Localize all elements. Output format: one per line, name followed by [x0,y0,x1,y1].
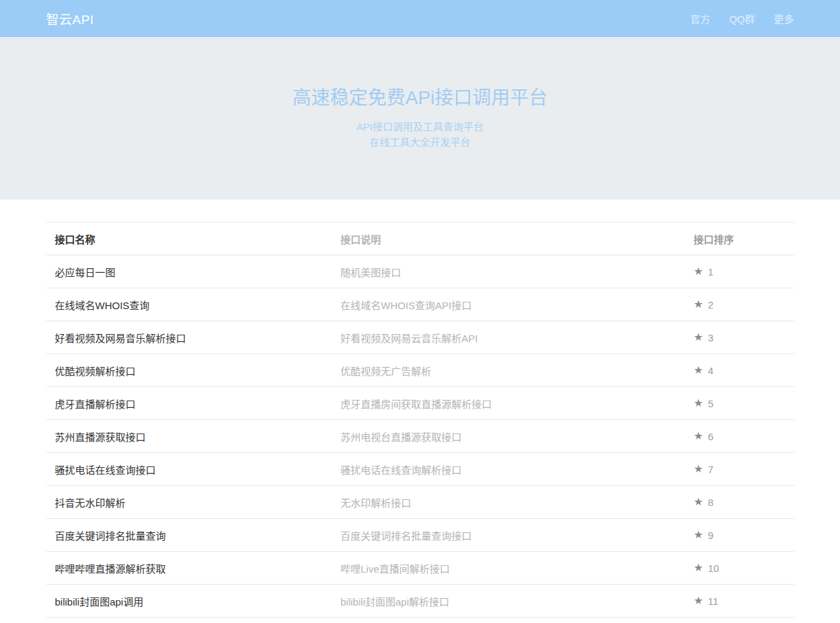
nav-link-more[interactable]: 更多 [773,11,794,26]
navbar-links: 官方 QQ群 更多 [690,11,794,26]
star-icon: ★ [693,365,703,376]
table-row[interactable]: 好看视频及网易音乐解析接口 好看视频及网易云音乐解析API ★ 3 [46,321,794,354]
rank-number: 11 [708,595,718,607]
api-name[interactable]: 苏州直播源获取接口 [46,429,332,444]
brand-logo[interactable]: 智云API [46,9,94,28]
star-icon: ★ [693,299,703,310]
api-rank: ★ 3 [685,332,794,343]
star-icon: ★ [693,332,703,343]
star-icon: ★ [693,563,703,573]
column-header-name: 接口名称 [46,232,332,246]
api-rank: ★ 2 [685,299,794,310]
api-description: 苏州电视台直播源获取接口 [332,429,685,444]
table-row[interactable]: 苏州直播源获取接口 苏州电视台直播源获取接口 ★ 6 [46,420,794,453]
table-row[interactable]: 在线域名WHOIS查询 在线域名WHOIS查询API接口 ★ 2 [46,288,794,321]
star-icon: ★ [693,595,703,606]
nav-link-official[interactable]: 官方 [690,11,710,26]
star-icon: ★ [693,398,703,409]
api-description: 在线域名WHOIS查询API接口 [332,298,685,312]
api-name[interactable]: 好看视频及网易音乐解析接口 [46,331,332,345]
api-name[interactable]: 必应每日一图 [46,265,332,279]
api-description: 骚扰电话在线查询解析接口 [332,462,685,476]
rank-number: 3 [708,332,713,343]
table-row[interactable]: 必应每日一图 随机美图接口 ★ 1 [46,255,794,288]
api-rank: ★ 7 [685,464,794,475]
api-description: 好看视频及网易云音乐解析API [332,331,685,345]
api-name[interactable]: bilibili封面图api调用 [46,594,332,608]
main-content: 接口名称 接口说明 接口排序 必应每日一图 随机美图接口 ★ 1 在线域名WHO… [46,222,794,618]
star-icon: ★ [693,431,703,442]
star-icon: ★ [693,266,703,277]
api-rank: ★ 6 [685,431,794,442]
hero-title: 高速稳定免费APi接口调用平台 [0,83,840,110]
rank-number: 5 [708,398,713,409]
api-rank: ★ 5 [685,398,794,409]
table-row[interactable]: 优酷视频解析接口 优酷视频无广告解析 ★ 4 [46,354,794,387]
api-description: bilibili封面图api解析接口 [332,594,685,608]
api-table-header: 接口名称 接口说明 接口排序 [46,222,794,255]
table-row[interactable]: 哔哩哔哩直播源解析获取 哔哩Live直播间解析接口 ★ 10 [46,552,794,585]
api-description: 无水印解析接口 [332,495,685,509]
api-name[interactable]: 抖音无水印解析 [46,495,332,509]
api-rank: ★ 10 [685,563,794,574]
api-name[interactable]: 优酷视频解析接口 [46,364,332,378]
hero-banner: 高速稳定免费APi接口调用平台 API接口调用及工具查询平台 在线工具大全开发平… [0,37,840,200]
star-icon: ★ [693,497,703,507]
api-rank: ★ 9 [685,530,794,541]
table-row[interactable]: 骚扰电话在线查询接口 骚扰电话在线查询解析接口 ★ 7 [46,453,794,486]
table-row[interactable]: 百度关键词排名批量查询 百度关键词排名批量查询接口 ★ 9 [46,519,794,552]
api-rank: ★ 1 [685,266,794,278]
api-description: 哔哩Live直播间解析接口 [332,561,685,575]
table-row[interactable]: bilibili封面图api调用 bilibili封面图api解析接口 ★ 11 [46,585,794,618]
api-name[interactable]: 哔哩哔哩直播源解析获取 [46,561,332,575]
api-name[interactable]: 虎牙直播解析接口 [46,397,332,411]
table-row[interactable]: 抖音无水印解析 无水印解析接口 ★ 8 [46,486,794,519]
rank-number: 8 [708,497,713,508]
api-name[interactable]: 骚扰电话在线查询接口 [46,462,332,476]
rank-number: 2 [708,299,713,310]
rank-number: 1 [708,266,713,278]
column-header-rank: 接口排序 [685,232,794,246]
rank-number: 7 [708,464,713,475]
api-rank: ★ 4 [685,365,794,376]
api-description: 百度关键词排名批量查询接口 [332,528,685,542]
api-table: 接口名称 接口说明 接口排序 必应每日一图 随机美图接口 ★ 1 在线域名WHO… [46,222,794,618]
api-name[interactable]: 百度关键词排名批量查询 [46,528,332,542]
api-description: 虎牙直播房间获取直播源解析接口 [332,397,685,411]
top-navbar: 智云API 官方 QQ群 更多 [0,0,840,37]
star-icon: ★ [693,530,703,540]
rank-number: 4 [708,365,713,376]
hero-subtitle-1: API接口调用及工具查询平台 [0,119,840,134]
table-row[interactable]: 虎牙直播解析接口 虎牙直播房间获取直播源解析接口 ★ 5 [46,387,794,420]
hero-subtitle-2: 在线工具大全开发平台 [0,134,840,150]
api-table-body: 必应每日一图 随机美图接口 ★ 1 在线域名WHOIS查询 在线域名WHOIS查… [46,255,794,618]
api-rank: ★ 11 [685,595,794,607]
api-rank: ★ 8 [685,497,794,508]
nav-link-qq-group[interactable]: QQ群 [729,11,755,26]
column-header-desc: 接口说明 [332,232,685,246]
rank-number: 6 [708,431,713,442]
rank-number: 9 [708,530,713,541]
api-description: 优酷视频无广告解析 [332,364,685,378]
api-name[interactable]: 在线域名WHOIS查询 [46,298,332,312]
rank-number: 10 [708,563,719,574]
star-icon: ★ [693,464,703,474]
api-description: 随机美图接口 [332,265,685,279]
